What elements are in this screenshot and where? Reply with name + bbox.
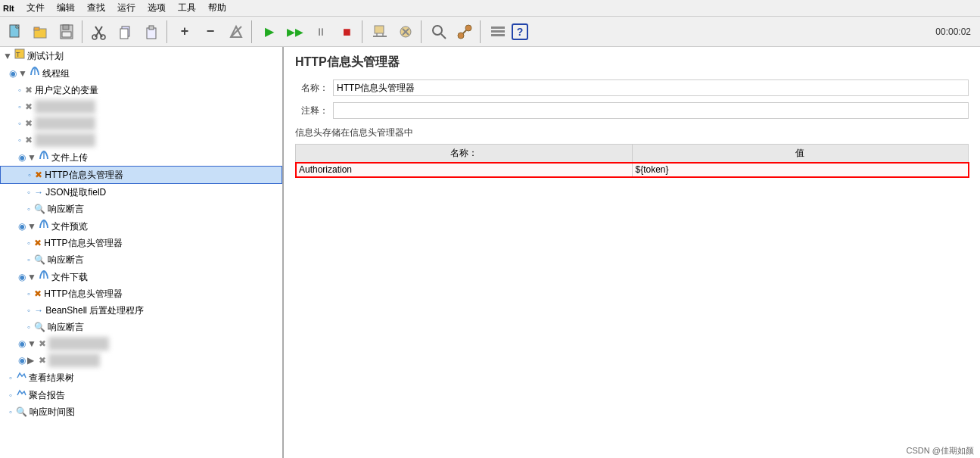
tree-item-assert1[interactable]: ◦ 🔍 响应断言 (0, 201, 282, 217)
tree-item-resp-time[interactable]: ◦ 🔍 响应时间图 (0, 403, 282, 420)
tree-item-label: BeanShell 后置处理程序 (45, 304, 144, 317)
tree-item-agg-report[interactable]: ◦ 聚合报告 (0, 386, 282, 403)
tree-item-label: ████████ (48, 337, 109, 351)
connector-dot: ◦ (27, 320, 30, 334)
menu-tools[interactable]: 工具 (172, 0, 202, 16)
tree-item-http-header2[interactable]: ◦ ✖ HTTP信息头管理器 (0, 235, 282, 251)
tree-item-test-plan[interactable]: ▼ T 测试计划 (0, 47, 282, 64)
tree-item-label: 响应断言 (48, 253, 84, 266)
test-plan-icon: T (14, 48, 25, 63)
menu-run[interactable]: 运行 (111, 0, 142, 16)
menu-file[interactable]: 文件 (20, 0, 51, 16)
name-label: 名称： (295, 82, 333, 95)
comment-input[interactable] (333, 102, 969, 119)
menu-options[interactable]: 选项 (142, 0, 172, 16)
expand-icon: ▼ (27, 270, 36, 284)
tree-item-label: 聚合报告 (29, 388, 65, 402)
expand-icon: ▼ (27, 337, 36, 351)
run-button[interactable]: ▶ (257, 20, 282, 44)
pause-button[interactable]: ⏸ (309, 20, 333, 44)
paste-button[interactable] (139, 20, 163, 44)
tree-item-label: 用户定义的变量 (35, 83, 98, 97)
copy-button[interactable] (114, 20, 138, 44)
stop-button[interactable]: ⏹ (334, 20, 359, 44)
tree-item-label: 响应断言 (48, 320, 84, 334)
svg-rect-12 (120, 29, 128, 39)
connector-dot: ◦ (27, 185, 30, 199)
tree-item-http-header-selected[interactable]: ◦ ✖ HTTP信息头管理器 (0, 166, 282, 184)
tree-item-file-upload[interactable]: ◉ ▼ 文件上传 (0, 148, 282, 166)
tree-item-json-extract[interactable]: ◦ → JSON提取fielD (0, 184, 282, 201)
tree-item-view-tree[interactable]: ◦ 查看结果树 (0, 369, 282, 386)
find-button[interactable] (427, 20, 451, 44)
connector-dot: ◉ (9, 67, 17, 80)
menu-find[interactable]: 查找 (81, 0, 111, 16)
expand-icon: ▼ (27, 151, 36, 164)
table-cell-value[interactable]: ${token} (632, 163, 969, 177)
tree-item-http-header3[interactable]: ◦ ✖ HTTP信息头管理器 (0, 285, 282, 302)
name-row: 名称： (295, 79, 969, 96)
menu-help[interactable]: 帮助 (202, 0, 232, 16)
sep5 (421, 20, 424, 43)
expand-icon: ▼ (3, 49, 12, 63)
comment-label: 注释： (295, 104, 333, 117)
col-value-header: 值 (632, 145, 969, 163)
tree-item-user-vars[interactable]: ◦ ✖ 用户定义的变量 (0, 82, 282, 98)
tree-item-thread-group[interactable]: ◉ ▼ 线程组 (0, 64, 282, 82)
tree-item-blurred4[interactable]: ◉ ▼ ✖ ████████ (0, 335, 282, 352)
table-row[interactable]: Authorization ${token} (296, 163, 969, 177)
sep3 (251, 20, 254, 43)
name-input[interactable] (333, 79, 969, 96)
tree-item-blurred3[interactable]: ◦ ✖ ████████ (0, 132, 282, 148)
tree-item-assert3[interactable]: ◦ 🔍 响应断言 (0, 319, 282, 335)
json-extract-icon: → (34, 185, 43, 199)
tree-item-assert2[interactable]: ◦ 🔍 响应断言 (0, 251, 282, 268)
beanshell-icon: → (34, 304, 43, 317)
link-button[interactable] (453, 20, 477, 44)
panel-title: HTTP信息头管理器 (295, 55, 969, 70)
user-vars-icon: ✖ (25, 83, 33, 97)
resp-time-icon: 🔍 (16, 405, 27, 419)
tree-item-label: ████████ (35, 100, 95, 114)
new-button[interactable] (3, 20, 27, 44)
svg-rect-6 (62, 32, 71, 37)
run-all-button[interactable]: ▶▶ (283, 20, 307, 44)
tree-item-label: HTTP信息头管理器 (44, 287, 122, 301)
clear2-button[interactable] (394, 20, 418, 44)
tree-item-blurred5[interactable]: ◉ ▶ ✖ ████████ (0, 352, 282, 369)
connector-dot: ◦ (18, 83, 21, 97)
svg-rect-17 (375, 26, 384, 33)
svg-line-25 (441, 34, 446, 39)
tree-item-beanshell[interactable]: ◦ → BeanShell 后置处理程序 (0, 302, 282, 319)
tree-item-file-download[interactable]: ◉ ▼ 文件下载 (0, 268, 282, 285)
main-layout: ▼ T 测试计划 ◉ ▼ 线程组 ◦ ✖ 用户定义的变量 ◦ ✖ ███████… (0, 47, 980, 458)
connector-dot: ◦ (27, 202, 30, 216)
menubar: RIt 文件 编辑 查找 运行 选项 工具 帮助 (0, 0, 980, 17)
open-button[interactable] (29, 20, 53, 44)
menu-edit[interactable]: 编辑 (51, 0, 81, 16)
table-cell-name[interactable]: Authorization (296, 163, 633, 177)
connector-dot: ◦ (28, 168, 31, 182)
save-button[interactable] (54, 20, 79, 44)
blurred-icon5: ✖ (39, 354, 46, 367)
clear1-button[interactable] (368, 20, 392, 44)
view-tree-icon (16, 370, 26, 385)
tree-item-label: 文件预览 (51, 220, 88, 233)
file-download-icon (39, 270, 49, 284)
help-button[interactable]: ? (512, 23, 528, 40)
timer-display: 00:00:02 (935, 26, 977, 37)
cut-button[interactable] (88, 20, 112, 44)
http-header2-icon: ✖ (34, 236, 42, 250)
svg-line-28 (463, 30, 466, 33)
http-header-icon: ✖ (35, 168, 42, 182)
mix-button[interactable] (224, 20, 248, 44)
file-upload-icon (39, 150, 49, 164)
add-button[interactable]: + (173, 20, 197, 44)
tree-item-file-preview[interactable]: ◉ ▼ 文件预览 (0, 217, 282, 235)
list-button[interactable] (486, 20, 510, 44)
tree-item-label: HTTP信息头管理器 (45, 168, 123, 182)
remove-button[interactable]: − (198, 20, 222, 44)
tree-item-blurred2[interactable]: ◦ ✖ ████████ (0, 115, 282, 132)
tree-item-blurred1[interactable]: ◦ ✖ ████████ (0, 98, 282, 115)
section-title: 信息头存储在信息头管理器中 (295, 126, 969, 139)
